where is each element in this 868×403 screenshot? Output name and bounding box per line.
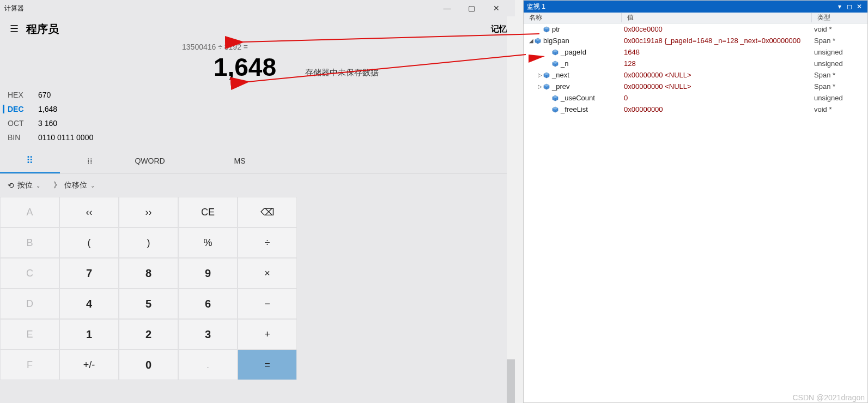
key-1[interactable]: 1: [59, 319, 119, 350]
key-)[interactable]: ): [119, 227, 178, 258]
watch-close-icon[interactable]: ✕: [854, 3, 864, 10]
result-row: 1,648: [0, 52, 515, 87]
var-value: 128: [622, 59, 812, 68]
bitwise-dropdown[interactable]: ⟲ 按位 ⌄: [8, 181, 40, 190]
watch-menu-icon[interactable]: ▾: [835, 3, 845, 10]
watch-row[interactable]: ◢bigSpan0x00c191a8 {_pageId=1648 _n=128 …: [524, 35, 867, 46]
key-b: B: [0, 227, 59, 258]
key-backspace[interactable]: ⌫: [238, 197, 297, 227]
hamburger-icon[interactable]: ☰: [4, 20, 24, 38]
key-minus[interactable]: −: [238, 288, 297, 319]
key-4[interactable]: 4: [59, 288, 119, 319]
watch-body: ptr0x00ce0000void *◢bigSpan0x00c191a8 {_…: [524, 23, 867, 402]
calculator-window: 计算器 — ▢ ✕ ☰ 程序员 记忆 13500416 ÷ 8192 = 1,6…: [0, 0, 515, 403]
key-e: E: [0, 319, 59, 350]
calc-mode-title: 程序员: [26, 22, 59, 37]
key-multiply[interactable]: ×: [238, 258, 297, 288]
watch-row[interactable]: ▷_prev0x00000000 <NULL>Span *: [524, 81, 867, 92]
watch-restore-icon[interactable]: ◻: [845, 3, 854, 10]
key-7[interactable]: 7: [59, 258, 119, 288]
word-size-select[interactable]: QWORD: [120, 148, 180, 173]
var-name: _next: [552, 71, 569, 79]
key-negate[interactable]: +/-: [59, 350, 119, 380]
var-value: 0x00000000 <NULL>: [622, 82, 812, 91]
watch-row[interactable]: ▷_next0x00000000 <NULL>Span *: [524, 69, 867, 81]
key-f: F: [0, 350, 59, 380]
watch-row[interactable]: _freeList0x00000000void *: [524, 104, 867, 115]
watch-header: 名称 值 类型: [524, 13, 867, 23]
variable-icon: [552, 61, 559, 67]
var-name: bigSpan: [543, 37, 569, 45]
expander-placeholder: [545, 61, 552, 67]
bitshift-dropdown[interactable]: 》 位移位 ⌄: [53, 181, 95, 190]
var-value: 0x00ce0000: [622, 25, 812, 33]
memory-empty-text: 存储器中未保存数据: [305, 68, 379, 78]
key-9[interactable]: 9: [178, 258, 238, 288]
key-0[interactable]: 0: [119, 350, 178, 380]
memory-title: 记忆: [491, 24, 507, 34]
var-type: Span *: [812, 71, 867, 79]
minimize-button[interactable]: —: [435, 0, 459, 16]
watch-row[interactable]: _n128unsigned: [524, 58, 867, 69]
bitshift-icon: 》: [53, 181, 61, 190]
expand-icon[interactable]: ▷: [537, 72, 543, 78]
key-lshift[interactable]: ‹‹: [59, 197, 119, 227]
collapse-icon[interactable]: ◢: [528, 38, 535, 44]
var-type: Span *: [812, 82, 867, 91]
scroll-thumb[interactable]: [507, 359, 515, 403]
key-divide[interactable]: ÷: [238, 227, 297, 258]
calc-app-title: 计算器: [4, 4, 435, 13]
var-value: 0x00c191a8 {_pageId=1648 _n=128 _next=0x…: [622, 37, 812, 45]
var-name: _freeList: [561, 105, 588, 113]
watch-row[interactable]: ptr0x00ce0000void *: [524, 23, 867, 35]
window-controls: — ▢ ✕: [435, 0, 511, 16]
key-plus[interactable]: +: [238, 319, 297, 350]
var-value: 1648: [622, 48, 812, 56]
key-([interactable]: (: [59, 227, 119, 258]
base-hex[interactable]: HEX670: [8, 91, 507, 99]
watch-titlebar: 监视 1 ▾ ◻ ✕: [524, 1, 867, 13]
var-name: _pageId: [561, 48, 586, 56]
key-%[interactable]: %: [178, 227, 238, 258]
variable-icon: [543, 72, 550, 79]
base-bin[interactable]: BIN0110 0111 0000: [8, 133, 507, 142]
col-value[interactable]: 值: [622, 13, 812, 22]
variable-icon: [552, 106, 559, 113]
result-display: 1,648: [214, 52, 276, 82]
ms-button[interactable]: MS: [180, 148, 300, 173]
key-ce[interactable]: CE: [178, 197, 238, 227]
chevron-down-icon: ⌄: [90, 183, 95, 189]
watermark: CSDN @2021dragon: [792, 393, 865, 402]
calc-keypad: A‹‹››CE⌫B()%÷C789×D456−E123+F+/-0.=: [0, 197, 515, 380]
base-oct[interactable]: OCT3 160: [8, 119, 507, 128]
key-2[interactable]: 2: [119, 319, 178, 350]
keypad-view-icon[interactable]: ⠿: [0, 148, 60, 173]
bit-toggling-icon[interactable]: ⁞⁞: [60, 148, 120, 173]
key-a: A: [0, 197, 59, 227]
watch-row[interactable]: _useCount0unsigned: [524, 92, 867, 104]
key-3[interactable]: 3: [178, 319, 238, 350]
close-button[interactable]: ✕: [484, 0, 508, 16]
watch-row[interactable]: _pageId1648unsigned: [524, 46, 867, 58]
calc-scrollbar[interactable]: [507, 16, 515, 403]
expand-icon[interactable]: ▷: [537, 83, 543, 89]
key-rshift[interactable]: ››: [119, 197, 178, 227]
watch-title-text: 监视 1: [527, 2, 835, 11]
col-name[interactable]: 名称: [524, 13, 622, 22]
var-value: 0x00000000: [622, 105, 812, 113]
maximize-button[interactable]: ▢: [459, 0, 484, 16]
watch-panel: 监视 1 ▾ ◻ ✕ 名称 值 类型 ptr0x00ce0000void *◢b…: [523, 0, 868, 403]
col-type[interactable]: 类型: [812, 13, 867, 22]
var-type: unsigned: [812, 94, 867, 102]
var-type: unsigned: [812, 48, 867, 56]
expander-placeholder: [545, 106, 552, 112]
key-8[interactable]: 8: [119, 258, 178, 288]
expander-placeholder: [545, 49, 552, 55]
key-d: D: [0, 288, 59, 319]
key-equals[interactable]: =: [238, 350, 297, 380]
base-dec[interactable]: DEC1,648: [3, 105, 507, 113]
key-6[interactable]: 6: [178, 288, 238, 319]
var-type: unsigned: [812, 59, 867, 68]
key-5[interactable]: 5: [119, 288, 178, 319]
chevron-down-icon: ⌄: [36, 183, 40, 189]
